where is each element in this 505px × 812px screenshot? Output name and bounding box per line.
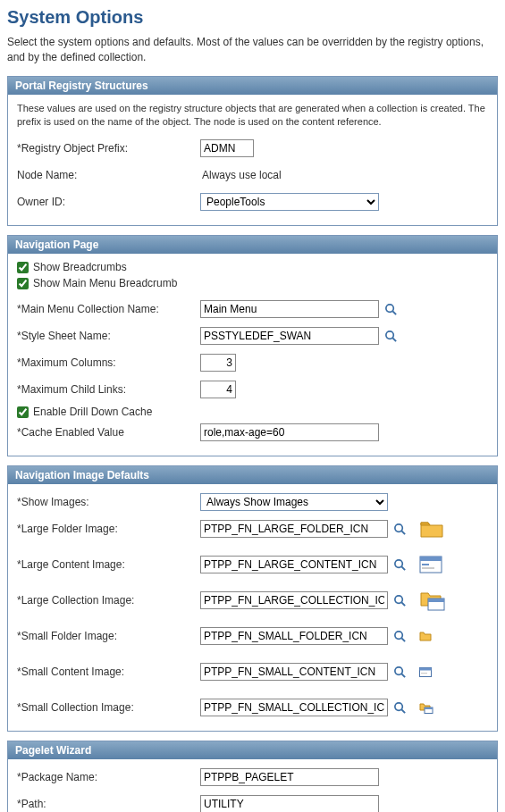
lookup-icon[interactable] <box>393 666 407 679</box>
folder-small-icon <box>419 631 432 641</box>
lg-folder-input[interactable] <box>200 520 388 538</box>
lookup-icon[interactable] <box>393 594 407 607</box>
path-input[interactable] <box>200 795 379 812</box>
lg-content-label: *Large Content Image: <box>17 558 200 571</box>
content-small-icon <box>419 667 432 677</box>
show-images-select[interactable]: Always Show Images <box>200 493 388 511</box>
lg-content-input[interactable] <box>200 556 388 573</box>
cache-value-input[interactable] <box>200 423 379 441</box>
svg-rect-9 <box>420 667 432 670</box>
mm-collection-input[interactable] <box>200 300 379 318</box>
sm-collection-label: *Small Collection Image: <box>17 701 200 714</box>
sm-content-label: *Small Content Image: <box>17 666 200 678</box>
lookup-icon[interactable] <box>384 330 398 343</box>
panel-image-defaults: Navigation Image Defaults *Show Images: … <box>7 465 498 732</box>
collection-large-icon <box>419 590 446 611</box>
show-mm-breadcrumb-label: Show Main Menu Breadcrumb <box>33 277 177 289</box>
lg-collection-label: *Large Collection Image: <box>17 594 200 607</box>
max-columns-label: *Maximum Columns: <box>17 356 200 369</box>
collection-small-icon <box>419 702 433 714</box>
sm-folder-input[interactable] <box>200 627 388 645</box>
show-breadcrumbs-checkbox[interactable] <box>17 262 29 273</box>
svg-rect-5 <box>422 567 434 569</box>
owner-id-select[interactable]: PeopleTools <box>200 193 379 211</box>
mm-collection-label: *Main Menu Collection Name: <box>17 303 200 315</box>
panel-navigation-header: Navigation Page <box>8 236 497 254</box>
svg-rect-12 <box>425 707 433 709</box>
lg-folder-label: *Large Folder Image: <box>17 523 200 535</box>
package-name-input[interactable] <box>200 768 379 786</box>
panel-pagelet-header: Pagelet Wizard <box>8 741 497 759</box>
lookup-icon[interactable] <box>393 523 407 536</box>
node-name-value: Always use local <box>200 169 282 181</box>
lookup-icon[interactable] <box>384 303 398 316</box>
show-breadcrumbs-label: Show Breadcrumbs <box>33 261 127 273</box>
svg-rect-10 <box>421 673 427 674</box>
sm-folder-label: *Small Folder Image: <box>17 630 200 642</box>
panel-pagelet: Pagelet Wizard *Package Name: *Path: *Ap… <box>7 741 498 812</box>
style-sheet-input[interactable] <box>200 327 379 345</box>
path-label: *Path: <box>17 798 200 810</box>
panel-registry-desc: These values are used on the registry st… <box>17 102 488 130</box>
max-child-input[interactable] <box>200 381 236 398</box>
registry-prefix-input[interactable] <box>200 139 254 157</box>
page-title: System Options <box>7 7 498 28</box>
content-large-icon <box>419 556 442 573</box>
lookup-icon[interactable] <box>393 701 407 715</box>
sm-content-input[interactable] <box>200 663 388 681</box>
svg-rect-7 <box>428 599 444 602</box>
panel-image-defaults-header: Navigation Image Defaults <box>8 466 497 484</box>
node-name-label: Node Name: <box>17 169 200 181</box>
page-intro: Select the system options and defaults. … <box>7 35 498 65</box>
lg-collection-input[interactable] <box>200 591 388 609</box>
owner-id-label: Owner ID: <box>17 196 200 208</box>
panel-registry-header: Portal Registry Structures <box>8 77 497 95</box>
cache-value-label: *Cache Enabled Value <box>17 426 200 439</box>
show-images-label: *Show Images: <box>17 496 200 508</box>
package-name-label: *Package Name: <box>17 771 200 783</box>
style-sheet-label: *Style Sheet Name: <box>17 330 200 342</box>
panel-navigation: Navigation Page Show Breadcrumbs Show Ma… <box>7 235 498 456</box>
max-child-label: *Maximum Child Links: <box>17 383 200 396</box>
drill-down-checkbox[interactable] <box>17 406 29 418</box>
sm-collection-input[interactable] <box>200 699 388 716</box>
folder-large-icon <box>419 519 444 539</box>
max-columns-input[interactable] <box>200 354 236 372</box>
svg-rect-4 <box>422 564 429 565</box>
show-mm-breadcrumb-checkbox[interactable] <box>17 278 29 289</box>
lookup-icon[interactable] <box>393 558 407 572</box>
svg-rect-3 <box>420 557 442 561</box>
registry-prefix-label: *Registry Object Prefix: <box>17 142 200 155</box>
panel-registry: Portal Registry Structures These values … <box>7 76 498 227</box>
drill-down-label: Enable Drill Down Cache <box>33 406 152 418</box>
lookup-icon[interactable] <box>393 630 407 643</box>
